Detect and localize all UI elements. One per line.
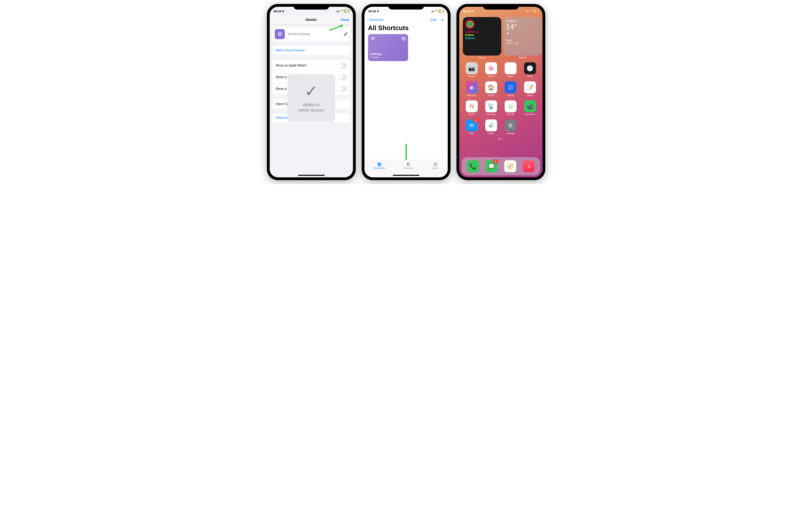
signal-icon (432, 10, 434, 12)
app-grid: 📷Camera 🌸Photos 🗺Maps 🕙Clock ◈Shortcuts … (459, 59, 543, 137)
badge: 5 (473, 118, 479, 122)
notch (293, 4, 329, 9)
wifi-icon: ⌃ (341, 9, 343, 13)
app-news[interactable]: NNews (464, 100, 480, 115)
shortcut-card-sub: 1 action (370, 56, 406, 59)
slack-icon (485, 119, 497, 131)
home-indicator[interactable] (393, 175, 419, 176)
app-shortcuts[interactable]: ◈Shortcuts (464, 81, 480, 97)
app-camera[interactable]: 📷Camera (464, 62, 480, 77)
battery-icon (533, 10, 539, 12)
chevron-left-icon: ‹ (367, 18, 369, 22)
shortcut-name-input[interactable] (287, 32, 341, 36)
notch (483, 4, 519, 9)
app-mail[interactable]: ✉5Mail (464, 119, 480, 135)
more-icon[interactable]: ••• (401, 36, 406, 41)
toggle[interactable] (337, 74, 347, 80)
check-icon: ✓ (304, 83, 318, 99)
shortcuts-icon: ◈ (466, 81, 478, 93)
messages-icon: 💬5 (486, 160, 497, 172)
app-maps[interactable]: 🗺Maps (502, 62, 519, 77)
battery-icon (439, 10, 444, 12)
page-indicator[interactable] (459, 138, 543, 139)
added-toast: ✓ Added toHome Screen (288, 74, 335, 122)
wifi-icon: ⌃ (435, 9, 438, 13)
status-time: 09:34 (463, 9, 471, 13)
screen-all-shortcuts: 09:34➤ ⌃ ‹ Shortcuts Edit ＋ All Shortcut… (365, 7, 448, 177)
shortcut-card-name: Settings (370, 52, 406, 56)
tab-my-shortcuts[interactable]: ▦My Shortcuts (374, 162, 385, 177)
app-photos[interactable]: 🌸Photos (483, 62, 499, 77)
app-slack[interactable]: Slack (483, 119, 499, 135)
app-facetime[interactable]: 📹FaceTime (522, 100, 538, 115)
app-music[interactable]: ♪ (523, 160, 535, 172)
fitness-widget[interactable]: 23/300KCAL 0/30MIN 1/12HRS (463, 17, 501, 56)
signal-icon (337, 10, 340, 12)
app-clock[interactable]: 🕙Clock (522, 62, 538, 77)
shortcut-icon[interactable] (275, 29, 285, 39)
add-to-home-row[interactable]: Add to Home Screen (272, 46, 350, 55)
svg-rect-7 (489, 126, 492, 127)
phone-all-shortcuts: 09:34➤ ⌃ ‹ Shortcuts Edit ＋ All Shortcut… (362, 4, 451, 180)
haze-icon: ☁ (506, 31, 540, 35)
clock-icon: 🕙 (524, 62, 536, 74)
dock: 📞 💬5 🧭 ♪ (462, 157, 540, 175)
show-watch-row[interactable]: Show on Apple Watch (272, 60, 350, 72)
things-icon: ☑ (505, 81, 517, 93)
wifi-icon: ⌃ (530, 9, 532, 13)
home-indicator[interactable] (298, 175, 325, 176)
page-title: All Shortcuts (365, 24, 448, 34)
grid-icon: ▦ (377, 162, 381, 167)
phone-details: 09:33➤ ⌃ Details Done 🎤 Add to Home Scre… (267, 4, 356, 180)
automation-icon: ◐ (407, 162, 410, 167)
status-time: 09:33 (273, 9, 281, 13)
add-button[interactable]: ＋ (440, 17, 445, 23)
maps-icon: 🗺 (505, 62, 517, 74)
nav-bar: ‹ Shortcuts Edit ＋ (365, 16, 448, 24)
music-icon: ♪ (523, 160, 535, 172)
gear-icon: ⚙ (505, 119, 517, 131)
shortcut-card-settings[interactable]: ••• Settings 1 action (368, 34, 408, 61)
app-findmy[interactable]: ◎Find My (502, 100, 519, 115)
camera-icon: 📷 (466, 62, 478, 74)
photos-icon: 🌸 (485, 62, 497, 74)
signal-icon (526, 10, 529, 12)
nav-bar: Details Done (270, 16, 353, 24)
edit-button[interactable]: Edit (430, 18, 436, 22)
app-overcast[interactable]: 📡Overcast (483, 100, 499, 115)
weather-label: Weather (504, 56, 542, 59)
app-things[interactable]: ☑Things (502, 81, 519, 97)
app-messages[interactable]: 💬5 (486, 160, 497, 172)
app-phone[interactable]: 📞 (467, 160, 479, 172)
toggle[interactable] (337, 62, 347, 69)
done-button[interactable]: Done (341, 18, 349, 22)
toggle[interactable] (337, 86, 347, 92)
shortcut-name-card: 🎤 (272, 27, 350, 41)
svg-rect-5 (491, 124, 493, 125)
app-safari[interactable]: 🧭 (504, 160, 516, 172)
fitness-label: Fitness (463, 56, 501, 59)
screen-details: 09:33➤ ⌃ Details Done 🎤 Add to Home Scre… (270, 7, 353, 177)
location-icon: ➤ (377, 9, 379, 13)
notes-icon: 📝 (524, 81, 536, 93)
chevron-right-icon: › (346, 102, 347, 106)
badge: 5 (493, 159, 498, 163)
shortcut-glyph-icon (370, 36, 375, 41)
location-icon: ➤ (282, 9, 285, 13)
dictate-icon[interactable]: 🎤 (343, 32, 348, 36)
weather-widget[interactable]: Radlett ➤ 14° ☁ Haze H:23° L:12° (504, 17, 542, 56)
back-button[interactable]: ‹ Shortcuts (367, 18, 383, 22)
app-notes[interactable]: 📝Notes (522, 81, 538, 97)
battery-icon (344, 10, 349, 12)
findmy-icon: ◎ (505, 100, 517, 112)
app-settings-shortcut[interactable]: ⚙Settings (502, 119, 519, 135)
phone-home-screen: 09:34➤ ⌃ 23/300KCAL 0/30MIN 1/12HRS Fitn… (457, 4, 545, 180)
tab-gallery[interactable]: ▤Gallery (432, 162, 438, 177)
gallery-icon: ▤ (433, 162, 437, 167)
facetime-icon: 📹 (524, 100, 536, 112)
app-home[interactable]: 🏠Home (483, 81, 499, 97)
news-icon: N (466, 100, 478, 112)
nav-title: Details (306, 18, 317, 22)
status-time: 09:34 (369, 9, 376, 13)
location-icon: ➤ (516, 20, 518, 23)
